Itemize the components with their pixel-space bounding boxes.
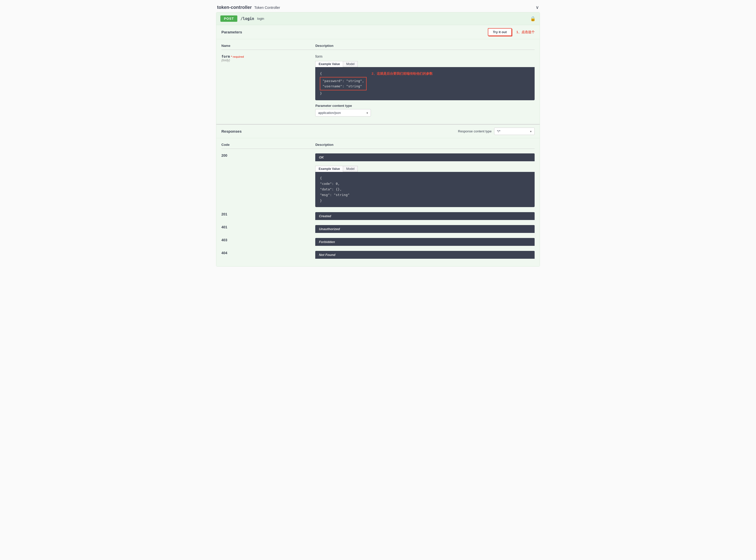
r200-line2: "code": 0, [320,181,530,186]
response-code-col-401: 401 [222,225,315,229]
response-200-example-tabs: Example Value Model [315,166,534,172]
param-row-form: form* required (body) form Example Value… [222,52,534,119]
controller-header: token-controller Token Controller ∨ [216,2,540,12]
code-line-username: "username": "string" [322,84,364,89]
response-row-403: 403 Forbidden [222,236,534,248]
response-desc-col-200: OK Example Value Model { "code": 0, "dat… [315,154,534,207]
param-desc-text: form [315,55,534,59]
response-desc-col-403: Forbidden [315,238,534,246]
content-type-select[interactable]: application/json [315,109,371,117]
response-code-200: 200 [222,154,227,158]
chevron-down-icon[interactable]: ∨ [536,4,539,10]
r200-line3: "data": {}, [320,186,530,192]
response-200-model-tab[interactable]: Model [343,166,358,172]
r-col-desc-header: Description [315,143,534,146]
controller-description: Token Controller [254,5,280,9]
endpoint-path: /login [240,17,254,21]
response-content-type-select[interactable]: */* [494,127,534,135]
response-code-col-201: 201 [222,212,315,216]
r200-line1: { [320,176,530,181]
response-status-bar-404: Not Found [315,251,534,259]
parameters-title: Parameters [222,30,242,34]
response-code-201: 201 [222,212,227,216]
param-code-block: { "password": "string", "username": "str… [315,67,534,100]
code-line-open: { [320,71,366,77]
param-body-label: (body) [222,59,315,62]
params-col-headers: Name Description [222,42,534,50]
response-row-404: 404 Not Found [222,248,534,261]
response-code-col-200: 200 [222,154,315,158]
response-code-col-403: 403 [222,238,315,242]
r-col-code-header: Code [222,143,315,146]
param-name-col: form* required (body) [222,55,315,62]
response-status-bar-403: Forbidden [315,238,534,246]
endpoint-summary: login [257,17,264,20]
try-it-out-button[interactable]: Try it out [488,28,512,36]
response-row-201: 201 Created [222,209,534,222]
code-line-password: "password": "string", [322,79,364,84]
response-row-200: 200 OK Example Value Model { "code": 0, [222,151,534,209]
response-200-code-block: { "code": 0, "data": {}, "msg": "string"… [315,172,534,207]
param-desc-col: form Example Value Model { "password": [315,55,534,117]
code-line-close: } [320,91,366,96]
response-desc-col-401: Unauthorized [315,225,534,233]
param-name-label: form* required [222,55,315,59]
response-content-type-label: Response content type [458,129,491,133]
response-code-404: 404 [222,251,227,255]
model-tab[interactable]: Model [343,61,358,67]
content-type-label: Parameter content type [315,104,534,107]
response-code-403: 403 [222,238,227,242]
response-status-bar-200: OK [315,154,534,161]
endpoint-block: POST /login login 🔒 Parameters Try it ou… [216,12,540,266]
responses-title: Responses [222,129,241,134]
controller-title: token-controller Token Controller [217,5,280,10]
annotation-1: 1、点击这个 [517,30,534,35]
response-table-wrapper: Code Description 200 OK Example Value Mo… [216,138,540,266]
response-code-401: 401 [222,225,227,229]
response-status-bar-401: Unauthorized [315,225,534,233]
parameters-section-header: Parameters Try it out 1、点击这个 [216,25,540,39]
annotation-2: 2、这就是后台要我们前端传给他们的参数 [372,71,433,77]
endpoint-bar[interactable]: POST /login login 🔒 [216,13,540,25]
response-200-example-value-tab[interactable]: Example Value [315,166,343,172]
response-row-401: 401 Unauthorized [222,222,534,236]
content-type-select-wrapper[interactable]: application/json [315,109,371,117]
lock-icon: 🔒 [530,16,536,21]
controller-name: token-controller [217,5,252,10]
responses-header: Responses Response content type */* [216,124,540,138]
response-content-type-select-wrapper[interactable]: */* [494,127,534,135]
response-desc-col-404: Not Found [315,251,534,259]
responses-section: Responses Response content type */* Code… [216,124,540,266]
r200-line4: "msg": "string" [320,192,530,198]
content-type-row: Parameter content type application/json [315,104,534,117]
col-description-header: Description [315,44,534,47]
parameters-table-wrapper: Name Description form* required (body) f… [216,39,540,124]
example-tabs: Example Value Model [315,61,534,67]
col-name-header: Name [222,44,315,47]
response-desc-col-201: Created [315,212,534,220]
example-value-tab[interactable]: Example Value [315,61,343,67]
method-badge: POST [220,16,237,22]
r200-line5: } [320,198,530,203]
response-status-bar-201: Created [315,212,534,220]
param-name: form [222,55,230,59]
response-col-headers: Code Description [222,141,534,149]
param-required: * required [231,55,244,58]
response-code-col-404: 404 [222,251,315,255]
